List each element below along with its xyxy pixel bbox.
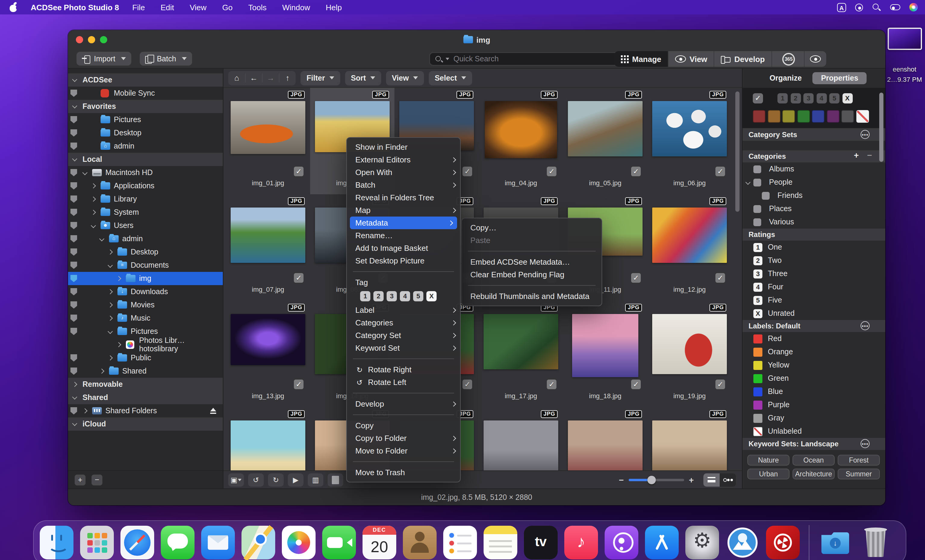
section-keyword-sets[interactable]: Keyword Sets: Landscape••• — [743, 438, 885, 450]
acdsee-365-button[interactable]: 365 — [771, 51, 804, 67]
label-row-unlabeled[interactable]: Unlabeled — [743, 425, 885, 438]
sidebar-item-photos-libr-hotoslibrary[interactable]: Photos Libr…hotoslibrary — [68, 338, 223, 351]
tag-2-button[interactable]: 2 — [374, 291, 384, 301]
tag-1-button[interactable]: 1 — [360, 291, 371, 301]
tag-3-button[interactable]: 3 — [387, 291, 397, 301]
select-dropdown[interactable]: Select — [429, 71, 472, 85]
menu-item-copy[interactable]: Copy — [347, 419, 460, 432]
sidebar-section-removable[interactable]: Removable — [68, 378, 223, 391]
sidebar-item-admin[interactable]: ⌂admin — [68, 232, 223, 245]
photo-thumbnail[interactable] — [572, 314, 638, 377]
menubar-item-file[interactable]: File — [132, 3, 145, 12]
photo-thumbnail[interactable] — [230, 314, 305, 365]
zoom-slider-knob[interactable] — [647, 476, 656, 484]
sidebar-item-img[interactable]: img — [68, 272, 223, 285]
tag-clear-button[interactable]: X — [426, 291, 437, 301]
rating-row-three[interactable]: 3Three — [743, 267, 885, 280]
menu-item-add-to-image-basket[interactable]: Add to Image Basket — [347, 242, 460, 254]
dock-trash-icon[interactable] — [859, 526, 892, 559]
label-swatch-8[interactable] — [856, 110, 869, 123]
zoom-in-button[interactable]: + — [689, 475, 694, 485]
thumbnail-cell[interactable]: JPG✓ — [647, 407, 732, 470]
minimize-button[interactable] — [88, 36, 95, 43]
label-swatch-6[interactable] — [827, 110, 839, 123]
dock-settings-icon[interactable] — [685, 526, 719, 559]
photo-thumbnail[interactable] — [568, 420, 643, 470]
label-row-purple[interactable]: Purple — [743, 398, 885, 411]
add-icon[interactable]: + — [854, 150, 859, 160]
rating-row-five[interactable]: 5Five — [743, 294, 885, 307]
keyword-ocean-button[interactable]: Ocean — [792, 455, 835, 465]
remove-icon[interactable]: − — [867, 150, 872, 160]
dock-mail-icon[interactable] — [201, 526, 235, 559]
sidebar-item-movies[interactable]: Movies — [68, 298, 223, 312]
photo-thumbnail[interactable] — [230, 101, 305, 154]
sidebar-item-music[interactable]: ♪Music — [68, 312, 223, 325]
tab-view[interactable]: View — [668, 51, 714, 67]
tab-manage[interactable]: Manage — [614, 51, 668, 67]
dock-music-icon[interactable] — [564, 526, 598, 559]
sidebar-item-library[interactable]: Library — [68, 192, 223, 206]
desktop-screenshot-file[interactable]: eenshot 2…9.37 PM — [886, 28, 923, 85]
sidebar-item-applications[interactable]: Applications — [68, 179, 223, 192]
thumbnail-checkbox[interactable]: ✓ — [547, 380, 556, 389]
category-checkbox[interactable] — [753, 165, 761, 173]
rating-row-four[interactable]: 4Four — [743, 280, 885, 294]
thumbnail-cell-img_12-jpg[interactable]: JPG✓img_12.jpg — [647, 194, 732, 301]
view-dropdown[interactable]: View — [386, 71, 424, 85]
thumbnail-checkbox[interactable]: ✓ — [547, 167, 556, 176]
thumbnail-cell-img_01-jpg[interactable]: JPG✓img_01.jpg — [226, 88, 310, 194]
category-row-albums[interactable]: Albums — [743, 162, 885, 176]
photo-thumbnail[interactable] — [484, 420, 558, 470]
thumbnail-checkbox[interactable]: ✓ — [462, 167, 472, 176]
chevron-right-icon[interactable] — [108, 356, 113, 360]
thumbnail-cell-img_06-jpg[interactable]: JPG✓img_06.jpg — [647, 88, 732, 194]
dock-downloads-icon[interactable] — [818, 526, 852, 559]
filmstrip-button[interactable]: ▥ — [308, 473, 323, 486]
apple-menu-icon[interactable] — [10, 3, 18, 12]
label-row-gray[interactable]: Gray — [743, 411, 885, 425]
batch-button[interactable]: Batch — [140, 52, 193, 66]
sidebar-item-desktop[interactable]: Desktop — [68, 126, 223, 140]
dock-finder-icon[interactable] — [40, 526, 74, 559]
forward-button[interactable]: → — [262, 74, 279, 83]
keyword-urban-button[interactable]: Urban — [747, 468, 789, 479]
rating-2-button[interactable]: 2 — [790, 93, 801, 104]
sidebar-item-users[interactable]: ☻Users — [68, 219, 223, 232]
submenu-item-rebuild-thumbnails-and-metadata[interactable]: Rebuild Thumbnails and Metadata — [462, 290, 602, 303]
label-swatch-1[interactable] — [753, 110, 765, 123]
menu-item-open-with[interactable]: Open With — [347, 166, 460, 179]
label-row-red[interactable]: Red — [743, 332, 885, 345]
thumbnail-checkbox[interactable]: ✓ — [716, 380, 725, 389]
category-row-various[interactable]: Various — [743, 215, 885, 228]
control-center-icon[interactable] — [890, 4, 900, 10]
dock-facetime-icon[interactable] — [322, 526, 356, 559]
menu-item-rotate-right[interactable]: ↻Rotate Right — [347, 363, 460, 376]
sidebar-section-shared[interactable]: Shared — [68, 391, 223, 404]
compare-button[interactable] — [328, 473, 343, 486]
chevron-down-icon[interactable] — [72, 421, 77, 426]
category-checkbox[interactable] — [762, 192, 770, 200]
rating-1-button[interactable]: 1 — [777, 93, 788, 104]
thumbnail-checkbox[interactable]: ✓ — [631, 273, 641, 283]
chevron-right-icon[interactable] — [91, 197, 96, 202]
section-ratings[interactable]: Ratings — [743, 228, 885, 240]
menu-item-move-to-trash[interactable]: Move to Trash — [347, 466, 460, 479]
dock-contacts-icon[interactable] — [403, 526, 437, 559]
label-swatch-3[interactable] — [782, 110, 795, 123]
menu-item-rename-[interactable]: Rename… — [347, 229, 460, 242]
menubar-item-help[interactable]: Help — [326, 3, 342, 12]
menu-item-map[interactable]: Map — [347, 204, 460, 216]
photo-thumbnail[interactable] — [652, 207, 727, 263]
chevron-right-icon[interactable] — [108, 289, 113, 294]
menu-item-categories[interactable]: Categories — [347, 317, 460, 329]
menu-item-move-to-folder[interactable]: Move to Folder — [347, 444, 460, 457]
slideshow-button[interactable]: ▶ — [288, 473, 303, 486]
home-button[interactable]: ⌂ — [228, 74, 245, 83]
menu-item-show-in-finder[interactable]: Show in Finder — [347, 141, 460, 153]
chevron-down-icon[interactable] — [91, 223, 96, 228]
menu-item-batch[interactable]: Batch — [347, 179, 460, 191]
thumbnail-checkbox[interactable]: ✓ — [294, 273, 303, 283]
rating-clear-button[interactable]: X — [842, 93, 853, 104]
keyword-summer-button[interactable]: Summer — [838, 468, 880, 479]
